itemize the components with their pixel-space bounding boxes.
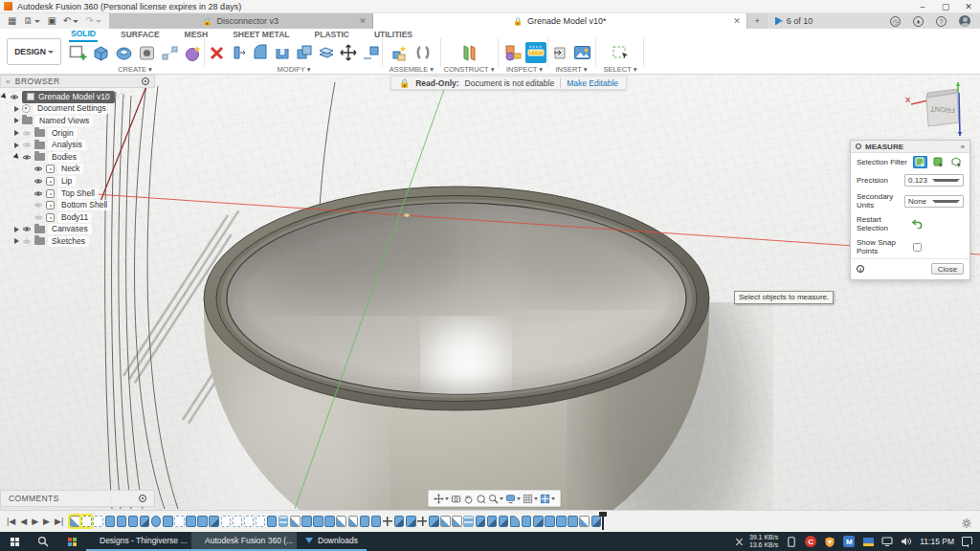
move-icon[interactable] — [339, 43, 358, 62]
display-settings-icon[interactable] — [505, 494, 521, 504]
inspect-group-label[interactable]: INSPECT ▾ — [506, 65, 543, 74]
step-forward-button[interactable]: ▶ — [43, 517, 50, 526]
shield-icon[interactable] — [824, 536, 835, 547]
timeline-feature-canvas[interactable] — [290, 516, 301, 527]
timeline-feature-body[interactable] — [556, 516, 567, 527]
modify-group-label[interactable]: MODIFY ▾ — [278, 65, 311, 74]
viewports-icon[interactable] — [540, 494, 555, 504]
timeline-feature-h-sketch[interactable] — [81, 516, 92, 527]
browser-header[interactable]: « BROWSER — [0, 75, 155, 88]
timeline-feature-body[interactable] — [522, 516, 532, 527]
zoom-tool-icon[interactable] — [488, 494, 503, 504]
create-group-label[interactable]: CREATE ▾ — [118, 65, 152, 74]
taskbar-store-button[interactable] — [57, 532, 86, 551]
info-icon[interactable]: i — [857, 265, 864, 273]
timeline-feature-fillet[interactable] — [510, 516, 521, 527]
tree-item-sketches[interactable]: Sketches — [2, 235, 155, 248]
insert-icon[interactable] — [550, 43, 569, 62]
tree-item-named-views[interactable]: Named Views — [2, 115, 155, 127]
create-form-icon[interactable] — [183, 43, 203, 63]
timeline-feature-body[interactable] — [371, 516, 382, 527]
timeline-feature-body-cut[interactable] — [140, 516, 150, 527]
go-to-end-button[interactable]: ▶| — [55, 517, 63, 526]
free-orbit-icon[interactable] — [476, 494, 486, 504]
timeline-feature-body-cut[interactable] — [591, 516, 602, 527]
taskbar-app-downloads[interactable]: Downloads — [297, 532, 367, 551]
tree-item-body11[interactable]: Body11 — [2, 211, 155, 224]
save-icon[interactable]: ▣ — [47, 13, 56, 29]
timeline-feature-move[interactable] — [383, 516, 393, 527]
delete-icon[interactable] — [208, 44, 226, 62]
tree-item-document-settings[interactable]: Document Settings — [2, 103, 155, 116]
timeline-feature-body-cut[interactable] — [394, 516, 405, 527]
timeline-feature-body[interactable] — [360, 516, 370, 527]
timeline-feature-body-cut[interactable] — [406, 516, 416, 527]
timeline-feature-plates[interactable] — [463, 516, 474, 527]
minimize-button[interactable]: – — [911, 0, 934, 13]
timeline-playhead[interactable] — [602, 512, 604, 530]
precision-select[interactable]: 0.123 — [904, 174, 964, 187]
timeline-feature-canvas[interactable] — [452, 516, 462, 527]
timeline-feature-body-cut[interactable] — [533, 516, 544, 527]
action-center-icon[interactable] — [962, 537, 972, 546]
timeline-feature-body[interactable] — [128, 516, 139, 527]
pattern-icon[interactable] — [160, 43, 180, 63]
timeline-feature-body[interactable] — [313, 516, 323, 527]
tree-item-lip[interactable]: Lip — [2, 175, 155, 187]
volume-icon[interactable] — [901, 536, 912, 547]
timeline-feature-body[interactable] — [568, 516, 578, 527]
tree-item-bodies[interactable]: Bodies — [2, 151, 155, 164]
press-pull-icon[interactable] — [229, 43, 248, 62]
shell-icon[interactable] — [273, 43, 292, 62]
collapse-panel-icon[interactable]: « — [6, 77, 11, 86]
timeline-feature-sketch[interactable] — [174, 516, 185, 527]
taskbar-app-fusion[interactable]: Autodesk Fusion 360 (... — [191, 532, 297, 551]
measure-close-button[interactable]: Close — [931, 263, 964, 275]
help-icon[interactable]: ? — [936, 16, 947, 27]
select-group-label[interactable]: SELECT ▾ — [604, 65, 637, 74]
notification-bell-icon[interactable]: ♦ — [913, 16, 924, 27]
tree-item-canvases[interactable]: Canvases — [2, 224, 155, 236]
tab-surface[interactable]: SURFACE — [119, 29, 162, 41]
timeline-feature-body[interactable] — [197, 516, 208, 527]
look-at-icon[interactable] — [451, 494, 461, 504]
combine-icon[interactable] — [295, 43, 314, 62]
clock-icon[interactable]: ◷ — [890, 16, 901, 27]
filter-component-button[interactable] — [949, 156, 964, 168]
timeline-settings-gear-icon[interactable] — [961, 516, 972, 533]
select-icon[interactable] — [611, 43, 631, 63]
show-snap-points-checkbox[interactable] — [913, 243, 922, 252]
tab-solid[interactable]: SOLID — [69, 28, 98, 42]
play-button[interactable]: ▶ — [32, 517, 38, 526]
tree-item-origin[interactable]: Origin — [2, 127, 155, 140]
close-tab-icon[interactable]: ✕ — [359, 16, 367, 26]
timeline-feature-body-cut[interactable] — [209, 516, 219, 527]
orbit-tool-icon[interactable] — [434, 494, 449, 504]
start-button[interactable] — [0, 532, 29, 551]
timeline-feature-sketch[interactable] — [221, 516, 232, 527]
device-icon[interactable] — [786, 536, 797, 547]
maximize-button[interactable]: ▢ — [934, 0, 957, 13]
go-to-start-button[interactable]: |◀ — [7, 517, 15, 526]
close-tab-icon[interactable]: ✕ — [733, 16, 741, 26]
taskbar-search-button[interactable] — [29, 532, 57, 551]
timeline-feature-sketch[interactable] — [256, 516, 266, 527]
tree-item-analysis[interactable]: Analysis — [2, 139, 155, 151]
construct-plane-icon[interactable] — [459, 43, 479, 63]
timeline-feature-canvas[interactable] — [348, 516, 359, 527]
timeline-feature-sketch[interactable] — [93, 516, 103, 527]
mega-icon[interactable]: M — [843, 536, 855, 547]
user-avatar[interactable] — [959, 15, 970, 27]
hole-icon[interactable] — [137, 43, 157, 63]
new-component-icon[interactable] — [390, 43, 411, 63]
timeline-feature-sketch[interactable] — [244, 516, 255, 527]
joint-icon[interactable] — [413, 43, 434, 63]
timeline-feature-body-cut[interactable] — [487, 516, 498, 527]
tab-sheet-metal[interactable]: SHEET METAL — [231, 29, 291, 41]
panel-options-icon[interactable] — [139, 495, 146, 502]
extrude-icon[interactable] — [91, 43, 111, 63]
timeline-feature-body[interactable] — [545, 516, 555, 527]
timeline-feature-body[interactable] — [117, 516, 127, 527]
create-sketch-icon[interactable] — [68, 43, 88, 63]
fillet-icon[interactable] — [251, 43, 270, 62]
